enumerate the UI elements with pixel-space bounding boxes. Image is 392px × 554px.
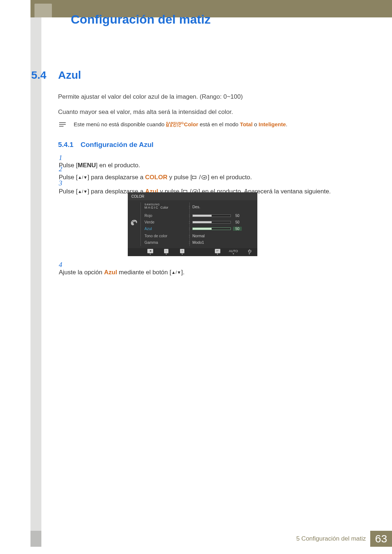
note-end: .	[286, 121, 287, 127]
paragraph-1: Permite ajustar el valor del color azul …	[58, 93, 243, 101]
footer-chapter-label: 5 Configuración del matiz	[296, 535, 366, 542]
osd-enter-icon: ↵▼	[209, 249, 225, 255]
osd-row-azul: Azul: 50	[144, 225, 254, 232]
step-4: 4 Ajuste la opción Azul mediante el botó…	[59, 261, 370, 276]
step-4-azul: Azul	[104, 269, 117, 276]
section-title: Azul	[58, 69, 81, 81]
svg-point-5	[134, 221, 135, 222]
step-4-number: 4	[59, 261, 68, 269]
note-opt1: Total	[240, 121, 253, 127]
note-mid: está en el modo	[198, 121, 240, 127]
osd-row-rojo: Rojo: 50	[144, 212, 254, 219]
svg-rect-0	[192, 176, 196, 179]
step-1-number: 1	[59, 154, 68, 162]
palette-icon	[130, 219, 139, 226]
section-number: 5.4	[31, 69, 46, 81]
left-gutter-foot	[30, 531, 41, 547]
osd-row-tono: Tono de color:Normal	[144, 232, 254, 239]
note-pre: Este menú no está disponible cuando	[74, 121, 166, 127]
osd-plus-icon: +▼	[174, 249, 190, 255]
note-text: Este menú no está disponible cuando SAMS…	[74, 121, 287, 127]
step-3-number: 3	[59, 179, 68, 187]
osd-row-magiccolor: :Des.	[144, 203, 254, 210]
note-or: o	[253, 121, 259, 127]
osd-auto-label: AUTO▼	[225, 249, 241, 255]
step-3-pre: Pulse [	[59, 188, 78, 195]
left-gutter	[30, 17, 41, 547]
osd-menu: COLOR SAMSUNG MAGIC Color :Des. Rojo: 50…	[128, 192, 257, 256]
footer-page-number: 63	[370, 531, 392, 547]
subsection-number: 5.4.1	[58, 141, 73, 149]
svg-point-6	[135, 221, 136, 222]
osd-footer: ◄▼ −▼ +▼ ↵▼ AUTO▼ ⏻▼	[128, 248, 257, 256]
step-2-number: 2	[59, 165, 68, 173]
step-4-post: ].	[181, 269, 184, 276]
svg-rect-1	[202, 176, 207, 179]
note-icon	[59, 121, 68, 128]
osd-minus-icon: −▼	[158, 249, 174, 255]
note-opt2: Inteligente	[259, 121, 286, 127]
step-4-mid: mediante el botón [	[117, 269, 171, 276]
osd-back-icon: ◄▼	[142, 249, 158, 255]
up-down-icon: ▲/▼	[78, 189, 87, 194]
svg-point-4	[132, 221, 133, 222]
osd-row-verde: Verde: 50	[144, 218, 254, 226]
step-4-pre: Ajuste la opción	[59, 269, 104, 276]
osd-row-gamma: Gamma:Modo1	[144, 239, 254, 246]
note-magic-suffix: Color	[184, 121, 198, 127]
paragraph-2: Cuanto mayor sea el valor, más alta será…	[58, 108, 233, 116]
step-2: 2 Pulse [▲/▼] para desplazarse a COLOR y…	[59, 165, 370, 181]
page-footer: 5 Configuración del matiz 63	[296, 531, 392, 547]
osd-title: COLOR	[131, 194, 144, 198]
samsung-magic-label: SAMSUNGMAGIC	[166, 122, 184, 127]
up-down-icon: ▲/▼	[171, 270, 181, 275]
subsection-title: Configuración de Azul	[81, 141, 154, 149]
chapter-title: Configuración del matiz	[71, 12, 211, 26]
osd-power-icon: ⏻▼	[241, 249, 257, 255]
